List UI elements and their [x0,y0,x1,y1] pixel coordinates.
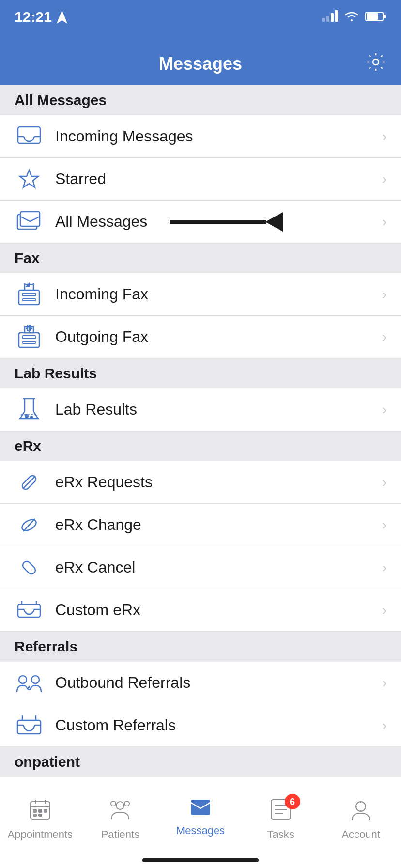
svg-rect-10 [19,333,39,347]
section-header-erx: eRx [0,431,401,461]
erx-cancel-label: eRx Cancel [55,558,382,576]
erx-change-item[interactable]: eRx Change › [0,504,401,546]
section-header-onpatient: onpatient [0,747,401,777]
all-messages-icon [15,211,44,233]
signal-icon [322,11,338,22]
chevron-icon: › [382,603,386,618]
outbound-referrals-label: Outbound Referrals [55,674,382,692]
custom-erx-icon [15,600,44,621]
starred-item[interactable]: Starred › [0,158,401,201]
svg-rect-25 [33,809,36,812]
section-header-lab-results: Lab Results [0,358,401,388]
svg-point-30 [116,802,124,809]
chevron-icon: › [382,475,386,490]
tab-appointments[interactable]: Appointments [0,799,80,841]
tab-account[interactable]: Account [321,799,401,841]
svg-rect-8 [23,293,35,296]
status-bar: 12:21 [0,0,401,43]
chevron-icon: › [382,675,386,691]
svg-rect-11 [23,336,35,339]
time: 12:21 [15,9,52,25]
section-header-referrals: Referrals [0,632,401,662]
chevron-icon: › [382,287,386,302]
svg-rect-9 [23,299,35,301]
lab-results-item[interactable]: Lab Results › [0,388,401,431]
location-icon [57,10,67,24]
section-header-fax: Fax [0,243,401,273]
settings-icon[interactable] [365,51,386,77]
svg-point-14 [31,416,32,418]
patients-label: Patients [101,828,140,841]
incoming-messages-label: Incoming Messages [55,127,382,145]
svg-rect-1 [384,15,386,18]
custom-erx-label: Custom eRx [55,601,382,619]
account-label: Account [341,828,380,841]
svg-point-21 [19,676,27,683]
svg-rect-12 [23,341,35,343]
fax-out-icon [15,325,44,349]
erx-requests-item[interactable]: eRx Requests › [0,461,401,504]
svg-rect-20 [18,604,40,617]
svg-point-32 [111,801,116,806]
svg-rect-33 [191,800,210,815]
chevron-icon: › [382,329,386,345]
svg-point-13 [25,415,28,418]
inbox-icon [15,126,44,147]
status-right [322,11,386,22]
erx-change-label: eRx Change [55,516,382,534]
svg-point-3 [373,59,379,65]
svg-rect-2 [367,13,378,20]
incoming-messages-item[interactable]: Incoming Messages › [0,115,401,158]
svg-point-31 [124,801,129,806]
svg-point-36 [356,802,366,811]
content-area: All Messages Incoming Messages › Starred… [0,85,401,868]
messages-label: Messages [176,824,225,837]
chevron-icon: › [382,718,386,733]
pill2-icon [15,513,44,537]
tasks-badge: 6 [285,794,300,809]
all-messages-item[interactable]: All Messages › [0,201,401,243]
page-title: Messages [159,54,242,74]
svg-rect-29 [39,814,42,816]
nav-bar: Messages [0,43,401,85]
wifi-icon [344,11,359,22]
referrals-icon [15,672,44,694]
tab-tasks[interactable]: 6 Tasks [241,799,321,841]
lab-icon [15,398,44,422]
erx-cancel-item[interactable]: eRx Cancel › [0,546,401,589]
incoming-fax-item[interactable]: Incoming Fax › [0,273,401,316]
incoming-fax-label: Incoming Fax [55,285,382,303]
chevron-icon: › [382,214,386,230]
lab-results-label: Lab Results [55,401,382,418]
outgoing-fax-item[interactable]: Outgoing Fax › [0,316,401,358]
chevron-icon: › [382,129,386,144]
battery-icon [365,11,386,22]
appointments-label: Appointments [8,828,73,841]
section-header-all-messages: All Messages [0,85,401,115]
svg-rect-28 [33,814,36,816]
svg-rect-23 [17,720,41,734]
svg-rect-26 [39,809,42,812]
chevron-icon: › [382,517,386,533]
pill1-icon [15,470,44,495]
chevron-icon: › [382,560,386,575]
svg-rect-19 [21,559,37,575]
outbound-referrals-item[interactable]: Outbound Referrals › [0,662,401,704]
svg-rect-7 [19,290,39,305]
tasks-label: Tasks [267,828,294,841]
erx-requests-label: eRx Requests [55,473,382,491]
tab-messages[interactable]: Messages [160,799,241,837]
starred-label: Starred [55,170,382,188]
star-icon [15,168,44,190]
chevron-icon: › [382,171,386,187]
status-left: 12:21 [15,9,67,25]
custom-referrals-item[interactable]: Custom Referrals › [0,704,401,747]
custom-referrals-label: Custom Referrals [55,716,382,734]
outgoing-fax-label: Outgoing Fax [55,328,382,346]
custom-erx-item[interactable]: Custom eRx › [0,589,401,632]
svg-point-22 [31,676,39,683]
tab-patients[interactable]: Patients [80,799,161,841]
tab-bar: Appointments Patients Messages [0,790,401,868]
custom-referrals-icon [15,714,44,737]
tasks-icon: 6 [270,799,292,824]
